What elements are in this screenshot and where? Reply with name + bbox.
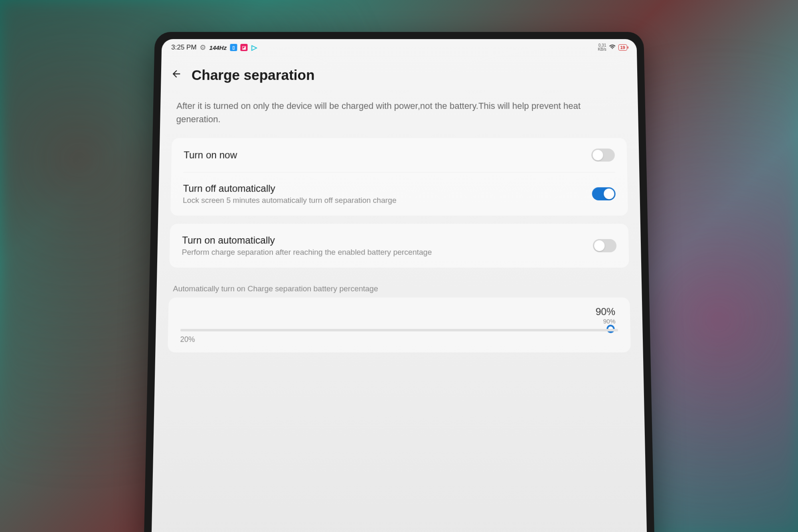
setting-turn-on-auto[interactable]: Turn on automatically Perform charge sep… [169, 224, 629, 268]
slider-min-label: 20% [180, 335, 195, 344]
settings-gear-icon: ⚙ [200, 43, 206, 52]
setting-label: Turn on automatically [182, 235, 593, 246]
refresh-rate-indicator: 144Hz [209, 44, 227, 51]
slider-value-small: 90% [180, 318, 618, 325]
setting-subtitle: Lock screen 5 minutes automatically turn… [182, 196, 592, 205]
settings-group-1: Turn on now Turn off automatically Lock … [170, 138, 628, 216]
screen: 3:25 PM ⚙ 144Hz ▯ ◪ ▷ 0.31 KB/s 19 [151, 39, 647, 532]
app-icon-1: ▯ [229, 44, 237, 51]
status-bar: 3:25 PM ⚙ 144Hz ▯ ◪ ▷ 0.31 KB/s 19 [161, 39, 636, 55]
setting-turn-on-now[interactable]: Turn on now [171, 138, 627, 172]
status-right: 0.31 KB/s 19 [598, 44, 627, 51]
network-speed: 0.31 KB/s [598, 44, 606, 51]
setting-label: Turn on now [183, 149, 591, 161]
page-header: Charge separation [160, 55, 637, 91]
slider-section-label: Automatically turn on Charge separation … [156, 276, 642, 297]
play-icon: ▷ [251, 44, 258, 51]
setting-subtitle: Perform charge separation after reaching… [182, 248, 593, 257]
setting-turn-off-auto[interactable]: Turn off automatically Lock screen 5 min… [170, 172, 628, 216]
toggle-turn-off-auto[interactable] [592, 187, 615, 200]
page-title: Charge separation [191, 67, 314, 83]
toggle-turn-on-auto[interactable] [593, 239, 616, 252]
page-description: After it is turned on only the device wi… [160, 91, 638, 138]
app-icon-2: ◪ [240, 44, 247, 51]
status-left: 3:25 PM ⚙ 144Hz ▯ ◪ ▷ [171, 43, 258, 52]
slider-track[interactable] [180, 329, 618, 331]
setting-label: Turn off automatically [183, 183, 592, 194]
slider-section: 90% 90% 20% [168, 298, 631, 352]
status-time: 3:25 PM [171, 44, 197, 51]
tablet-frame: 3:25 PM ⚙ 144Hz ▯ ◪ ▷ 0.31 KB/s 19 [143, 32, 654, 532]
battery-indicator: 19 [618, 44, 627, 51]
back-button[interactable] [170, 68, 182, 82]
slider-value-large: 90% [180, 306, 618, 317]
wifi-icon [608, 44, 616, 51]
toggle-turn-on-now[interactable] [591, 148, 614, 162]
settings-group-2: Turn on automatically Perform charge sep… [169, 224, 629, 268]
